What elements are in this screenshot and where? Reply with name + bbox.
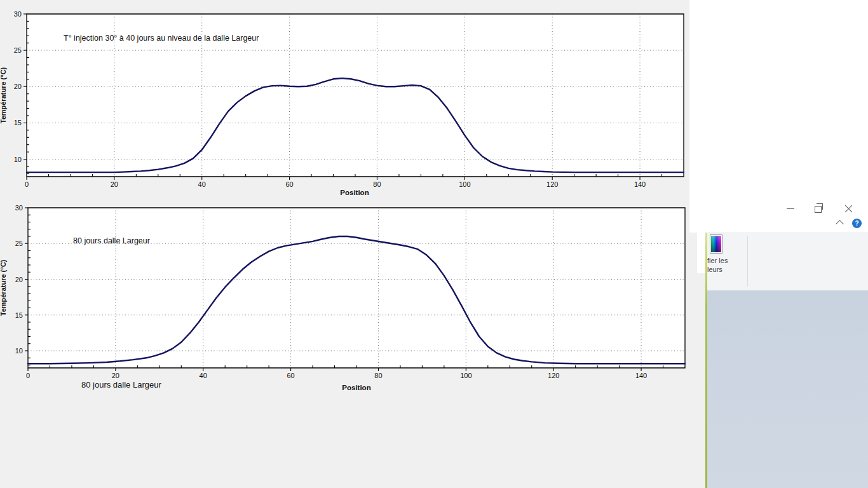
y-tick-label: 20 xyxy=(14,83,22,90)
y-tick-label: 10 xyxy=(14,156,22,163)
x-tick-label: 20 xyxy=(111,180,118,188)
x-tick-label: 40 xyxy=(198,180,206,188)
x-tick-label: 140 xyxy=(635,372,647,379)
edit-colors-label-line2: leurs xyxy=(707,265,735,274)
y-tick-label: 20 xyxy=(15,276,23,283)
y-tick-labels: 1015202530 xyxy=(14,10,22,163)
x-axis-label: Position xyxy=(340,189,369,196)
y-tick-label: 30 xyxy=(15,204,23,212)
y-tick-label: 15 xyxy=(14,119,22,126)
ribbon-collapse-button[interactable] xyxy=(834,219,844,227)
ribbon-separator xyxy=(747,236,748,287)
x-axis-label: Position xyxy=(342,384,370,391)
restore-window-icon xyxy=(815,206,822,213)
x-tick-label: 60 xyxy=(287,372,294,379)
x-tick-label: 80 xyxy=(374,372,382,379)
restore-window-button[interactable] xyxy=(810,200,829,217)
y-tick-label: 25 xyxy=(15,240,23,247)
minimize-icon xyxy=(787,208,794,209)
figure-window-edge-background xyxy=(697,273,705,377)
close-icon xyxy=(844,205,853,213)
chart-temperature-40-days: 0204060801001201401015202530T° injection… xyxy=(0,0,689,199)
x-tick-label: 40 xyxy=(200,372,207,379)
y-tick-label: 25 xyxy=(14,46,22,54)
x-tick-label: 0 xyxy=(26,372,30,379)
y-tick-label: 15 xyxy=(15,311,23,319)
y-axis-label: Température (°C) xyxy=(0,259,7,316)
edit-colors-label-line1: fier les xyxy=(707,256,735,265)
x-tick-label: 140 xyxy=(634,180,646,188)
chevron-up-icon xyxy=(836,220,844,228)
x-tick-labels: 020406080100120140 xyxy=(25,180,646,188)
chart-canvas: 020406080100120140101520253080 jours dal… xyxy=(0,199,697,396)
y-tick-label: 30 xyxy=(14,10,22,18)
plot-area xyxy=(28,208,685,368)
x-tick-labels: 020406080100120140 xyxy=(26,372,647,379)
minimize-button[interactable] xyxy=(781,200,800,217)
x-tick-label: 100 xyxy=(460,372,471,379)
help-label: ? xyxy=(855,219,858,228)
background-window-titlebar xyxy=(689,0,868,233)
color-spectrum-icon[interactable] xyxy=(710,234,722,254)
x-tick-label: 80 xyxy=(373,180,381,188)
x-tick-label: 100 xyxy=(459,180,470,188)
x-tick-label: 60 xyxy=(285,180,293,188)
y-axis-label: Température (°C) xyxy=(0,67,7,123)
edit-colors-button-label[interactable]: fier les leurs xyxy=(707,256,735,275)
x-tick-label: 0 xyxy=(25,180,29,188)
color-spectrum-gradient xyxy=(711,236,721,252)
x-tick-label: 20 xyxy=(112,372,119,379)
chart-title: T° injection 30° à 40 jours au niveau de… xyxy=(64,34,259,43)
background-window-content-panel xyxy=(707,290,868,488)
x-tick-label: 120 xyxy=(546,180,558,188)
help-button[interactable]: ? xyxy=(852,219,862,228)
chart-caption-below: 80 jours dalle Largeur xyxy=(81,380,161,390)
chart-canvas: 0204060801001201401015202530T° injection… xyxy=(0,0,689,199)
chart-temperature-80-days: 020406080100120140101520253080 jours dal… xyxy=(0,199,697,396)
x-tick-label: 120 xyxy=(548,372,559,379)
chart-title: 80 jours dalle Largeur xyxy=(73,236,150,245)
y-tick-labels: 1015202530 xyxy=(15,204,23,355)
y-tick-label: 10 xyxy=(15,347,23,355)
close-button[interactable] xyxy=(839,200,858,217)
